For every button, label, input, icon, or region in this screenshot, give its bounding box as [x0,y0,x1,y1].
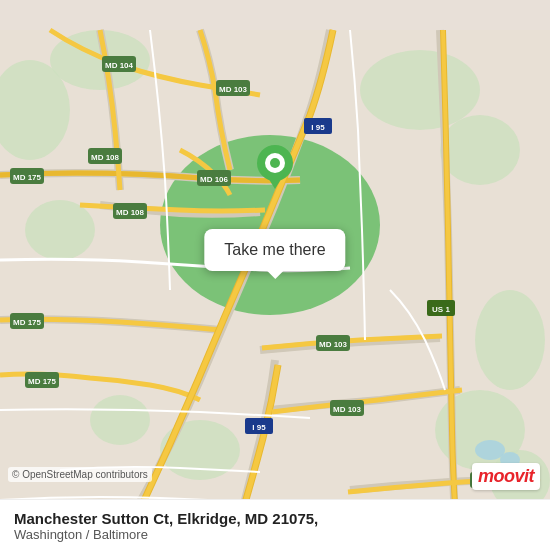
svg-text:I 95: I 95 [311,123,325,132]
svg-text:US 1: US 1 [432,305,450,314]
svg-text:MD 106: MD 106 [200,175,229,184]
svg-point-10 [90,395,150,445]
map-container[interactable]: MD 104 MD 103 MD 108 MD 106 MD 175 MD 10… [0,0,550,550]
svg-text:MD 175: MD 175 [13,318,42,327]
moovit-brand-name: moovit [478,466,534,487]
svg-point-2 [440,115,520,185]
bottom-bar: Manchester Sutton Ct, Elkridge, MD 21075… [0,499,550,550]
svg-text:MD 103: MD 103 [219,85,248,94]
svg-point-44 [270,158,280,168]
svg-text:I 95: I 95 [252,423,266,432]
popup-callout[interactable]: Take me there [204,229,345,271]
attribution-text: © OpenStreetMap contributors [12,469,148,480]
svg-text:MD 175: MD 175 [28,377,57,386]
svg-text:MD 108: MD 108 [91,153,120,162]
svg-point-6 [475,290,545,390]
popup-label: Take me there [224,241,325,258]
svg-text:MD 103: MD 103 [319,340,348,349]
svg-text:MD 104: MD 104 [105,61,134,70]
svg-text:MD 108: MD 108 [116,208,145,217]
moovit-logo: moovit [472,463,540,490]
address-line: Manchester Sutton Ct, Elkridge, MD 21075… [14,510,536,527]
svg-point-11 [475,440,505,460]
svg-text:MD 175: MD 175 [13,173,42,182]
location-pin [257,145,293,193]
svg-point-1 [360,50,480,130]
osm-attribution: © OpenStreetMap contributors [8,467,152,482]
svg-point-5 [25,200,95,260]
city-line: Washington / Baltimore [14,527,536,542]
svg-marker-45 [265,173,285,189]
svg-text:MD 103: MD 103 [333,405,362,414]
